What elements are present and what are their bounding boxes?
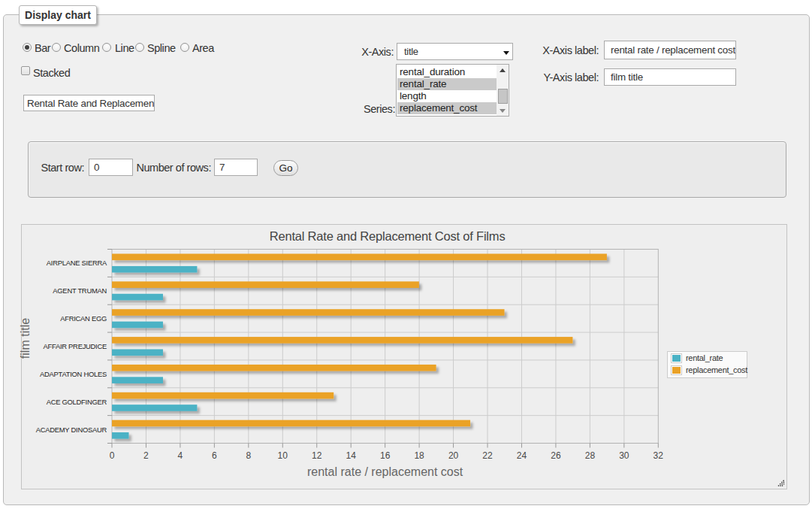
svg-text:rental_rate: rental_rate: [686, 353, 723, 362]
svg-text:14: 14: [346, 450, 357, 461]
svg-text:10: 10: [278, 450, 288, 461]
svg-text:Rental Rate and Replacement Co: Rental Rate and Replacement Cost of Film…: [270, 229, 506, 243]
svg-text:AIRPLANE SIERRA: AIRPLANE SIERRA: [47, 259, 107, 267]
svg-text:20: 20: [448, 450, 459, 461]
svg-text:rental rate / replacement cost: rental rate / replacement cost: [307, 465, 463, 478]
svg-text:8: 8: [246, 450, 251, 461]
svg-text:0: 0: [110, 450, 115, 461]
svg-text:ACADEMY DINOSAUR: ACADEMY DINOSAUR: [36, 426, 107, 434]
svg-text:ADAPTATION HOLES: ADAPTATION HOLES: [40, 370, 107, 378]
svg-text:26: 26: [551, 450, 561, 461]
svg-text:30: 30: [619, 450, 629, 461]
svg-text:24: 24: [517, 450, 527, 461]
svg-text:18: 18: [414, 450, 424, 461]
svg-text:32: 32: [654, 450, 664, 461]
svg-text:22: 22: [482, 450, 493, 461]
svg-text:ACE GOLDFINGER: ACE GOLDFINGER: [47, 398, 107, 406]
svg-text:12: 12: [312, 450, 322, 461]
svg-text:AFRICAN EGG: AFRICAN EGG: [60, 314, 107, 323]
svg-text:16: 16: [380, 450, 391, 461]
svg-text:AFFAIR PREJUDICE: AFFAIR PREJUDICE: [43, 342, 107, 350]
svg-text:2: 2: [143, 450, 149, 461]
svg-text:28: 28: [585, 450, 596, 461]
svg-text:AGENT TRUMAN: AGENT TRUMAN: [53, 286, 107, 295]
svg-text:4: 4: [178, 450, 183, 461]
svg-text:replacement_cost: replacement_cost: [686, 365, 747, 374]
svg-text:6: 6: [212, 450, 217, 461]
